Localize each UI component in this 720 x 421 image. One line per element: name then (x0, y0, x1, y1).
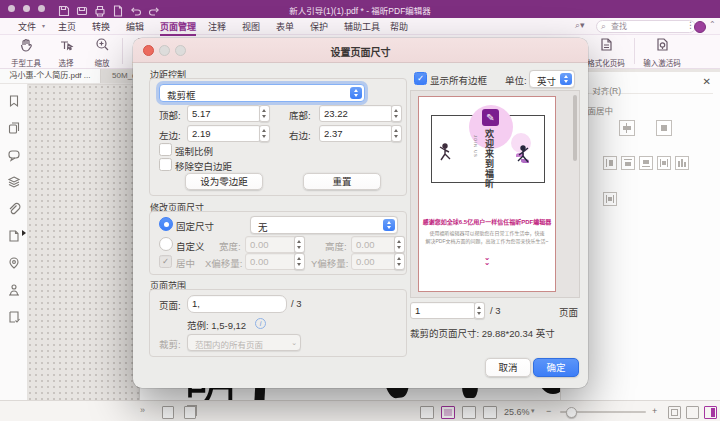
arrange-icon[interactable] (603, 192, 617, 206)
ok-button[interactable]: 确定 (533, 358, 579, 377)
height-stepper[interactable] (394, 236, 405, 253)
left-margin-stepper[interactable] (259, 125, 270, 142)
top-margin-input[interactable]: 5.17 (187, 105, 261, 122)
file-icon[interactable] (7, 229, 21, 243)
comments-icon[interactable] (7, 148, 21, 162)
zoom-in-button[interactable]: + (652, 406, 657, 416)
preview-page-input[interactable]: 1 (410, 302, 476, 319)
distribute-icon-4[interactable] (657, 156, 671, 170)
x-offset-input[interactable]: 0.00 (245, 253, 297, 270)
zoom-level[interactable]: 25.6% (504, 407, 530, 417)
cancel-button[interactable]: 取消 (485, 358, 531, 377)
distribute-icon-2[interactable] (621, 156, 635, 170)
search-placeholder: 查找 (611, 22, 627, 31)
view-mode-single-page-icon[interactable] (441, 406, 455, 419)
toggle-right-panel-icon[interactable] (704, 406, 717, 419)
remove-blank-margin-checkbox[interactable] (159, 158, 172, 171)
menu-convert[interactable]: 转换 (92, 20, 110, 33)
crop-select[interactable]: 范围内的所有页面 ⌄ (187, 334, 301, 351)
height-input[interactable]: 0.00 (351, 236, 397, 253)
account-avatar[interactable] (694, 21, 706, 33)
next-view-icon[interactable]: » (140, 405, 145, 415)
center-in-page-icon[interactable] (656, 120, 672, 136)
layers-icon[interactable] (7, 175, 21, 189)
dialog-title-bar[interactable]: 设置页面尺寸 (133, 38, 588, 63)
menu-file[interactable]: 文件 (18, 20, 36, 33)
center-checkbox[interactable]: ✓ (159, 255, 172, 268)
y-offset-label: Y偏移量: (311, 256, 348, 270)
menu-accessibility[interactable]: 辅助工具 (344, 20, 380, 33)
right-margin-stepper[interactable] (391, 125, 402, 142)
width-stepper[interactable] (294, 236, 305, 253)
title-bar[interactable]: 新人引导(1)(1).pdf * - 福昕PDF编辑器 (0, 0, 720, 18)
menu-protect[interactable]: 保护 (310, 20, 328, 33)
unit-select[interactable]: 英寸 (529, 70, 575, 88)
signature-icon[interactable] (7, 283, 21, 297)
bottom-margin-input[interactable]: 23.22 (319, 105, 393, 122)
menu-help[interactable]: 帮助 (390, 20, 408, 33)
distribute-icon-5[interactable] (675, 156, 689, 170)
left-margin-input[interactable]: 2.19 (187, 125, 261, 142)
y-offset-stepper[interactable] (394, 253, 405, 270)
custom-size-radio[interactable] (159, 237, 173, 251)
menu-view[interactable]: 视图 (242, 20, 260, 33)
preview-body-line1: 使用福昕编辑器可以帮助您在日常工作生活中，快速 (419, 229, 555, 236)
attachment-icon[interactable] (7, 202, 21, 216)
page-range-input[interactable]: 1, (187, 295, 287, 313)
force-ratio-checkbox[interactable] (159, 143, 172, 156)
box-type-select[interactable]: 裁剪框 (159, 84, 365, 102)
tool-format-page-number[interactable]: 格式化页码 (582, 37, 630, 68)
view-mode-facing-icon[interactable] (462, 406, 476, 419)
status-bar: » 25.6% ▾ − + (0, 400, 720, 421)
pages-icon[interactable] (7, 121, 21, 135)
x-offset-stepper[interactable] (294, 253, 305, 270)
fixed-size-radio[interactable] (159, 217, 173, 231)
page-preview-area[interactable]: ✎ 欢迎来到福昕 JOIN US 感谢您如全球6.5亿用户一样信任福昕PDF编辑… (410, 90, 580, 298)
fixed-size-select[interactable]: 无 (250, 216, 398, 234)
zoom-dropdown-caret-icon[interactable]: ▾ (531, 407, 535, 415)
menu-edit[interactable]: 编辑 (126, 20, 144, 33)
tool-zoom[interactable]: 缩放 (86, 37, 118, 68)
menu-form[interactable]: 表单 (276, 20, 294, 33)
menu-page-management[interactable]: 页面管理 (160, 20, 196, 36)
right-margin-input[interactable]: 2.37 (319, 125, 393, 142)
view-mode-list-icon[interactable] (420, 406, 434, 419)
jumping-person-right (515, 145, 531, 171)
distribute-icon-1[interactable] (603, 156, 617, 170)
reset-button[interactable]: 重置 (303, 173, 381, 190)
bottom-margin-stepper[interactable] (391, 105, 402, 122)
export-check-icon[interactable] (7, 310, 21, 324)
destination-pin-icon[interactable] (7, 256, 21, 270)
bookmark-icon[interactable] (7, 94, 21, 108)
select-stepper-icon (350, 87, 362, 99)
fit-page-icon[interactable] (668, 406, 681, 419)
y-offset-input[interactable]: 0.00 (351, 253, 397, 270)
tool-activation-code[interactable]: 输入激活码 (638, 37, 686, 68)
show-borders-checkbox[interactable]: ✓ (414, 72, 427, 85)
search-history-icon[interactable]: ⌕▾ (575, 20, 585, 31)
panel-expand-arrow-icon[interactable] (22, 230, 26, 236)
clipboard-icon[interactable] (184, 406, 196, 419)
width-input[interactable]: 0.00 (245, 236, 297, 253)
zoom-slider-knob[interactable] (566, 407, 577, 418)
snapshot-icon[interactable] (162, 406, 174, 419)
menu-home[interactable]: 主页 (58, 20, 76, 33)
distribute-icon-3[interactable] (639, 156, 653, 170)
view-mode-grid-icon[interactable] (483, 406, 497, 419)
fullscreen-icon[interactable] (686, 406, 699, 419)
top-margin-stepper[interactable] (259, 105, 270, 122)
search-input[interactable]: ⌕ 查找 (596, 20, 696, 33)
collapse-ribbon-icon[interactable]: ⌃ (709, 20, 716, 29)
tool-select[interactable]: 选择 (50, 37, 82, 68)
close-panel-icon[interactable]: ✕ (703, 76, 711, 87)
doc-tab-resume[interactable]: 冯小惠-个人简历.pdf ... (0, 68, 101, 83)
align-center-horizontal-icon[interactable] (619, 120, 635, 136)
preview-page-stepper[interactable] (474, 302, 485, 319)
zero-margin-button[interactable]: 设为零边距 (185, 173, 263, 190)
zoom-out-button[interactable]: − (546, 406, 551, 416)
tool-hand[interactable]: 手型工具 (6, 37, 46, 68)
info-icon[interactable]: i (255, 318, 266, 329)
preview-scrollbar-thumb[interactable] (573, 95, 577, 161)
menu-comment[interactable]: 注释 (208, 20, 226, 33)
dialog-title: 设置页面尺寸 (133, 44, 588, 59)
